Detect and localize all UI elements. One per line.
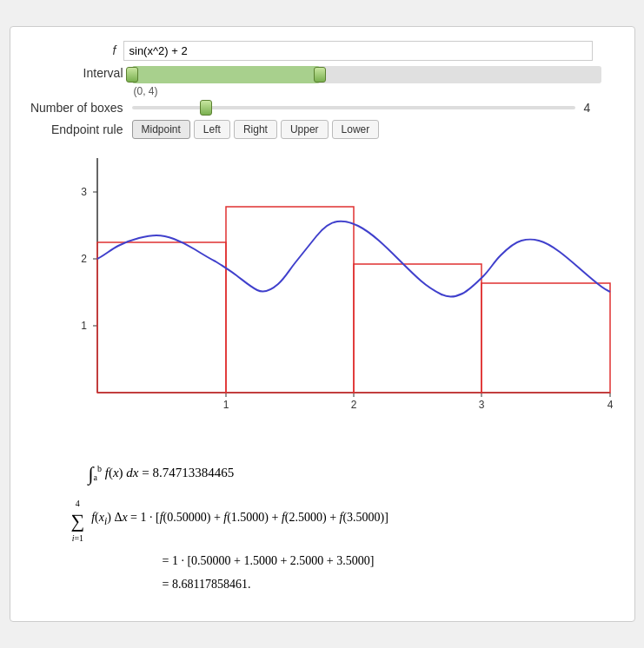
svg-text:4: 4 <box>607 399 613 411</box>
svg-text:1: 1 <box>81 320 87 332</box>
sum-expression: f(xi) Δx = 1 · [f(0.50000) + f(1.5000) +… <box>91 496 388 531</box>
main-container: f Interval (0, 4) Number of boxes 4 Endp… <box>10 26 635 623</box>
endpoint-label: Endpoint rule <box>28 122 132 136</box>
math-section: ∫ab f(x) dx = 8.74713384465 4 ∑ i=1 f(xi… <box>28 448 617 605</box>
btn-left[interactable]: Left <box>194 120 230 139</box>
btn-upper[interactable]: Upper <box>281 120 329 139</box>
result-expression: = 8.68117858461. <box>163 578 251 591</box>
boxes-label: Number of boxes <box>28 101 132 115</box>
btn-right[interactable]: Right <box>234 120 277 139</box>
interval-label: Interval <box>28 66 132 80</box>
svg-text:1: 1 <box>222 399 229 411</box>
boxes-slider[interactable] <box>132 106 575 109</box>
btn-midpoint[interactable]: Midpoint <box>132 120 190 139</box>
boxes-value: 4 <box>584 101 601 115</box>
svg-text:3: 3 <box>478 399 484 411</box>
endpoint-row: Endpoint rule Midpoint Left Right Upper … <box>28 120 617 139</box>
chart-area: 1 2 3 1 2 3 4 <box>28 149 617 431</box>
interval-track[interactable] <box>132 66 601 83</box>
svg-text:2: 2 <box>350 399 356 411</box>
interval-value: (0, 4) <box>134 85 601 97</box>
integral-expression: ∫ab f(x) dx = 8.74713384465 <box>89 457 235 492</box>
chart-svg: 1 2 3 1 2 3 4 <box>28 149 619 427</box>
interval-left-thumb[interactable] <box>126 67 138 83</box>
svg-text:3: 3 <box>81 186 87 198</box>
boxes-slider-container: 4 <box>132 101 601 115</box>
f-label: f <box>28 43 123 57</box>
function-input[interactable] <box>123 41 593 61</box>
btn-lower[interactable]: Lower <box>332 120 380 139</box>
interval-slider-container: (0, 4) <box>132 66 601 97</box>
expand-expression: = 1 · [0.50000 + 1.5000 + 2.5000 + 3.500… <box>163 554 375 567</box>
svg-text:2: 2 <box>81 253 87 265</box>
endpoint-buttons: Midpoint Left Right Upper Lower <box>132 120 380 139</box>
interval-right-thumb[interactable] <box>314 67 326 83</box>
interval-fill <box>132 66 320 83</box>
svg-rect-0 <box>80 158 593 393</box>
